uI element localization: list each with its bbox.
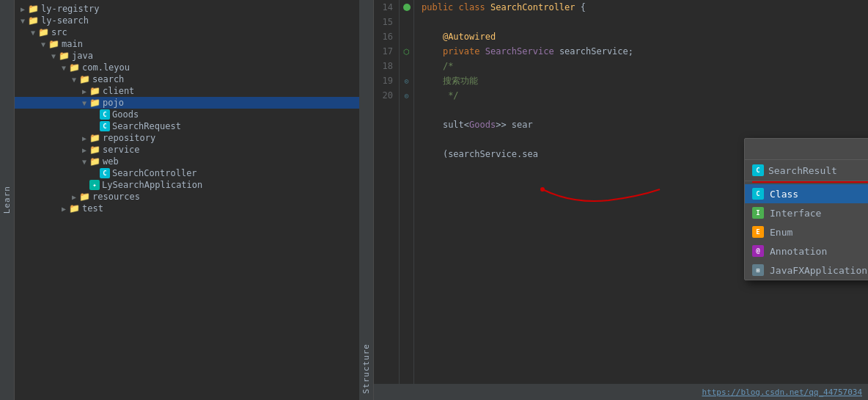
input-underline bbox=[752, 181, 868, 183]
item-label: java bbox=[72, 51, 93, 61]
item-label: pojo bbox=[103, 98, 124, 108]
popup-item-label: Class bbox=[770, 189, 798, 200]
arrow-icon bbox=[79, 134, 89, 142]
popup-item-interface[interactable]: I Interface bbox=[745, 203, 868, 222]
tree-item-searchrequest[interactable]: C SearchRequest bbox=[15, 120, 359, 132]
popup-input-row: C bbox=[745, 160, 868, 181]
tree-item-service[interactable]: 📁 service bbox=[15, 144, 359, 156]
popup-item-class[interactable]: C Class bbox=[745, 184, 868, 203]
arrow-icon bbox=[18, 5, 28, 13]
arrow-icon bbox=[79, 99, 89, 107]
code-line-19: 搜索功能 bbox=[422, 73, 868, 88]
arrow-icon bbox=[18, 17, 28, 25]
popup-item-javafx[interactable]: ⊞ JavaFXApplication bbox=[745, 261, 868, 280]
arrow-icon bbox=[69, 76, 79, 84]
item-label: repository bbox=[103, 133, 155, 143]
popup-title: New Java Class bbox=[745, 139, 868, 160]
code-line-18: /* bbox=[422, 59, 868, 73]
item-label: LySearchApplication bbox=[102, 180, 202, 190]
item-label: Goods bbox=[112, 109, 139, 120]
annotation-type-icon: @ bbox=[752, 245, 764, 257]
tree-item-lysearchapplication[interactable]: ✦ LySearchApplication bbox=[15, 179, 359, 191]
arrow-icon bbox=[79, 146, 89, 154]
editor-panel: 14 15 16 17 18 19 20 ⬡ ⊙ bbox=[374, 0, 868, 400]
item-label: main bbox=[62, 39, 83, 49]
learn-tab[interactable]: Learn bbox=[0, 0, 15, 400]
arrow-icon bbox=[28, 29, 38, 37]
class-icon: C bbox=[100, 121, 110, 131]
enum-type-icon: E bbox=[752, 226, 764, 238]
item-label: SearchController bbox=[112, 168, 197, 178]
tree-item-pojo[interactable]: 📁 pojo bbox=[15, 97, 359, 109]
item-label: search bbox=[92, 74, 124, 84]
sidebar: Learn 📁 ly-registry 📁 ly-search 📁 src bbox=[0, 0, 374, 400]
item-label: ly-registry bbox=[41, 4, 99, 14]
tree-item-search[interactable]: 📁 search bbox=[15, 73, 359, 85]
code-line-20: */ bbox=[422, 88, 868, 103]
code-line-partial1: sult<Goods>> sear bbox=[422, 117, 868, 132]
arrow-icon bbox=[48, 52, 59, 60]
javafx-type-icon: ⊞ bbox=[752, 264, 764, 276]
tree-item-test[interactable]: 📁 test bbox=[15, 203, 359, 214]
popup-item-label: Enum bbox=[770, 227, 792, 238]
tree-item-ly-search[interactable]: 📁 ly-search bbox=[15, 15, 359, 26]
class-icon: C bbox=[100, 109, 110, 120]
class-c-icon: C bbox=[752, 164, 764, 176]
popup-item-annotation[interactable]: @ Annotation bbox=[745, 241, 868, 261]
item-label: SearchRequest bbox=[112, 121, 181, 131]
arrow-icon bbox=[79, 87, 89, 95]
popup-item-label: Annotation bbox=[770, 246, 827, 257]
item-label: web bbox=[103, 156, 119, 167]
item-label: src bbox=[51, 27, 67, 37]
arrow-icon bbox=[38, 40, 48, 48]
structure-tab-label: Structure bbox=[361, 343, 371, 394]
file-tree: 📁 ly-registry 📁 ly-search 📁 src 📁 main bbox=[15, 0, 359, 400]
tree-item-main[interactable]: 📁 main bbox=[15, 38, 359, 50]
tree-item-ly-registry[interactable]: 📁 ly-registry bbox=[15, 3, 359, 15]
item-label: service bbox=[103, 145, 140, 155]
tree-item-goods[interactable]: C Goods bbox=[15, 109, 359, 120]
interface-type-icon: I bbox=[752, 207, 764, 219]
blog-url-link[interactable]: https://blog.csdn.net/qq_44757034 bbox=[702, 388, 862, 397]
item-label: test bbox=[82, 203, 103, 214]
line-numbers: 14 15 16 17 18 19 20 bbox=[374, 0, 400, 400]
tree-item-src[interactable]: 📁 src bbox=[15, 26, 359, 38]
class-icon: C bbox=[100, 168, 110, 178]
tree-item-com-leyou[interactable]: 📁 com.leyou bbox=[15, 62, 359, 73]
tree-item-resources[interactable]: 📁 resources bbox=[15, 191, 359, 203]
arrow-icon bbox=[59, 205, 69, 213]
code-line-15 bbox=[422, 15, 868, 29]
item-label: client bbox=[103, 86, 134, 96]
tree-item-client[interactable]: 📁 client bbox=[15, 85, 359, 97]
arrow-icon bbox=[79, 158, 89, 166]
arrow-icon bbox=[59, 64, 69, 72]
popup-item-label: JavaFXApplication bbox=[770, 265, 867, 276]
popup-item-enum[interactable]: E Enum bbox=[745, 222, 868, 241]
tree-item-repository[interactable]: 📁 repository bbox=[15, 132, 359, 144]
arrow-icon bbox=[69, 193, 79, 201]
code-line-17: private SearchService searchService; bbox=[422, 44, 868, 59]
bottom-bar: https://blog.csdn.net/qq_44757034 bbox=[374, 384, 868, 400]
tree-item-java[interactable]: 📁 java bbox=[15, 50, 359, 62]
class-icon: ✦ bbox=[89, 180, 100, 190]
tree-item-web[interactable]: 📁 web bbox=[15, 156, 359, 167]
class-type-icon: C bbox=[752, 188, 764, 200]
item-label: resources bbox=[92, 192, 140, 202]
code-line-16: @Autowired bbox=[422, 29, 868, 44]
code-line-14: public class SearchController { bbox=[422, 0, 868, 15]
new-java-class-dialog[interactable]: New Java Class C C Class I Interface E E… bbox=[744, 138, 868, 280]
new-class-name-input[interactable] bbox=[768, 165, 868, 176]
tree-item-searchcontroller[interactable]: C SearchController bbox=[15, 167, 359, 179]
item-label: com.leyou bbox=[82, 62, 130, 73]
item-label: ly-search bbox=[41, 15, 89, 26]
code-line-21 bbox=[422, 103, 868, 117]
learn-tab-label: Learn bbox=[2, 186, 12, 214]
structure-tab[interactable]: Structure bbox=[359, 0, 374, 400]
popup-item-label: Interface bbox=[770, 208, 821, 219]
